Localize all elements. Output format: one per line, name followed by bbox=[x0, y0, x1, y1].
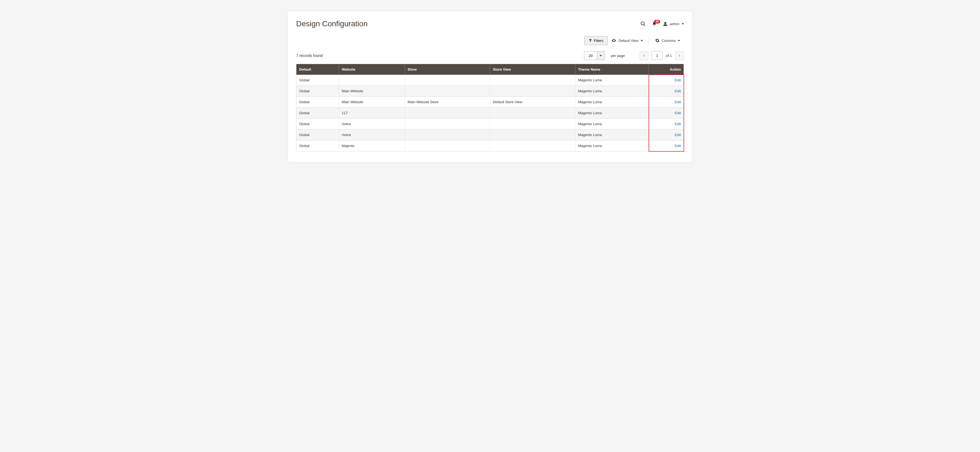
col-store-view[interactable]: Store View bbox=[490, 64, 575, 75]
user-label: admin bbox=[670, 22, 679, 26]
table-cell bbox=[405, 86, 490, 97]
table-cell: Magento Luma bbox=[575, 86, 649, 97]
svg-line-1 bbox=[644, 25, 645, 26]
action-cell: Edit bbox=[649, 86, 684, 97]
table-cell bbox=[405, 108, 490, 118]
edit-link[interactable]: Edit bbox=[675, 78, 681, 82]
table-cell bbox=[490, 86, 575, 97]
action-cell: Edit bbox=[649, 129, 684, 141]
page-title: Design Configuration bbox=[296, 19, 368, 28]
prev-page-button[interactable] bbox=[640, 51, 648, 60]
table-row[interactable]: GlobalMain WebsiteMagento LumaEdit bbox=[296, 86, 684, 97]
action-cell: Edit bbox=[649, 118, 684, 129]
columns-label: Columns bbox=[662, 38, 676, 43]
notification-count-badge: 39 bbox=[654, 20, 660, 24]
user-menu[interactable]: admin bbox=[663, 21, 684, 26]
table-cell: Majento bbox=[339, 141, 405, 152]
table-cell: Magento Luma bbox=[575, 97, 649, 108]
records-found: 7 records found bbox=[296, 53, 323, 58]
table-cell: Global bbox=[296, 97, 339, 108]
edit-link[interactable]: Edit bbox=[675, 100, 681, 104]
table-cell: Default Store View bbox=[490, 97, 575, 108]
table-cell bbox=[490, 118, 575, 129]
chevron-left-icon bbox=[643, 54, 645, 57]
table-cell: Global bbox=[296, 108, 339, 118]
table-row[interactable]: GlobalriveraMagento LumaEdit bbox=[296, 129, 684, 141]
table-cell bbox=[490, 129, 575, 141]
columns-toggle[interactable]: Columns bbox=[651, 36, 684, 45]
edit-link[interactable]: Edit bbox=[675, 122, 681, 126]
filters-label: Filters bbox=[594, 38, 603, 43]
design-grid: Default Website Store Store View Theme N… bbox=[296, 64, 684, 152]
table-cell: 117 bbox=[339, 108, 405, 118]
table-cell: Global bbox=[296, 75, 339, 86]
table-cell bbox=[490, 75, 575, 86]
table-row[interactable]: Global117Magento LumaEdit bbox=[296, 108, 684, 118]
svg-point-2 bbox=[664, 22, 667, 24]
chevron-down-icon bbox=[678, 40, 680, 42]
action-cell: Edit bbox=[649, 108, 684, 118]
filters-button[interactable]: Filters bbox=[584, 36, 608, 45]
edit-link[interactable]: Edit bbox=[675, 111, 681, 115]
table-row[interactable]: GlobalMajentoMagento LumaEdit bbox=[296, 141, 684, 152]
col-theme-name[interactable]: Theme Name bbox=[575, 64, 649, 75]
chevron-right-icon bbox=[678, 54, 681, 57]
table-cell bbox=[405, 118, 490, 129]
table-cell: Magento Luma bbox=[575, 141, 649, 152]
action-cell: Edit bbox=[649, 141, 684, 152]
table-cell: Main Website Store bbox=[405, 97, 490, 108]
table-cell bbox=[405, 75, 490, 86]
table-cell: Main Website bbox=[339, 97, 405, 108]
table-cell: rivera bbox=[339, 118, 405, 129]
table-cell: Magento Luma bbox=[575, 108, 649, 118]
table-cell: Magento Luma bbox=[575, 118, 649, 129]
table-cell bbox=[405, 141, 490, 152]
table-cell bbox=[490, 108, 575, 118]
table-row[interactable]: GlobalMagento LumaEdit bbox=[296, 75, 684, 86]
next-page-button[interactable] bbox=[675, 51, 684, 60]
table-row[interactable]: GlobalriveraMagento LumaEdit bbox=[296, 118, 684, 129]
svg-point-0 bbox=[641, 22, 644, 25]
action-cell: Edit bbox=[649, 97, 684, 108]
action-cell: Edit bbox=[649, 75, 684, 86]
page-total-label: of 1 bbox=[666, 54, 672, 58]
table-cell bbox=[339, 75, 405, 86]
edit-link[interactable]: Edit bbox=[675, 144, 681, 148]
search-icon[interactable] bbox=[640, 21, 646, 27]
col-store[interactable]: Store bbox=[405, 64, 490, 75]
col-action: Action bbox=[649, 64, 684, 75]
eye-icon bbox=[611, 38, 616, 43]
current-page-input[interactable] bbox=[652, 51, 663, 60]
table-row[interactable]: GlobalMain WebsiteMain Website StoreDefa… bbox=[296, 97, 684, 108]
view-label: Default View bbox=[619, 38, 638, 43]
funnel-icon bbox=[589, 38, 592, 42]
table-cell: Magento Luma bbox=[575, 75, 649, 86]
chevron-down-icon bbox=[641, 40, 643, 42]
per-page-label: per page bbox=[611, 54, 625, 58]
table-cell bbox=[405, 129, 490, 141]
table-cell bbox=[490, 141, 575, 152]
notifications-button[interactable]: 39 bbox=[652, 21, 657, 26]
user-icon bbox=[663, 21, 668, 26]
page-size-input[interactable] bbox=[584, 51, 597, 60]
table-cell: Global bbox=[296, 141, 339, 152]
view-toggle[interactable]: Default View bbox=[608, 36, 647, 45]
gear-icon bbox=[655, 38, 660, 43]
chevron-down-icon bbox=[682, 23, 684, 25]
table-cell: Global bbox=[296, 86, 339, 97]
table-cell: Magento Luma bbox=[575, 129, 649, 141]
table-cell: Global bbox=[296, 118, 339, 129]
table-cell: Main Website bbox=[339, 86, 405, 97]
table-cell: Global bbox=[296, 129, 339, 141]
col-default[interactable]: Default bbox=[296, 64, 339, 75]
edit-link[interactable]: Edit bbox=[675, 133, 681, 137]
edit-link[interactable]: Edit bbox=[675, 89, 681, 93]
chevron-down-icon bbox=[600, 55, 602, 56]
page-size-dropdown[interactable] bbox=[597, 51, 605, 60]
col-website[interactable]: Website bbox=[339, 64, 405, 75]
table-cell: rivera bbox=[339, 129, 405, 141]
